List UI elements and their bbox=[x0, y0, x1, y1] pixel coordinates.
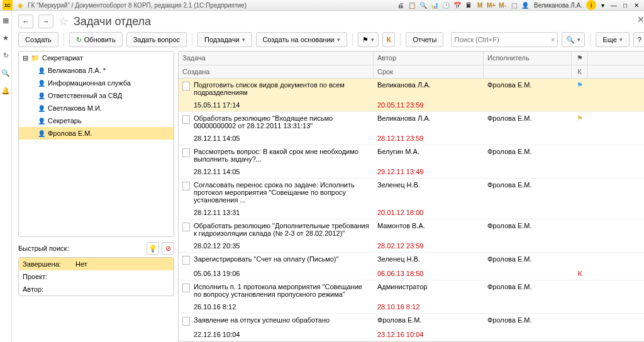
due-cell: 29.12.11 13:49 bbox=[374, 165, 484, 178]
k-marker: К bbox=[578, 270, 582, 277]
clear-search-icon[interactable]: × bbox=[551, 36, 555, 43]
th-executor[interactable]: Исполнитель bbox=[484, 52, 572, 65]
tb-icon[interactable]: ⬚ bbox=[509, 0, 519, 10]
apps-icon[interactable]: ▦ bbox=[0, 14, 11, 26]
table-row[interactable]: Исполнить п. 1 протокола мероприятия "Со… bbox=[179, 280, 644, 314]
filter-row[interactable]: Автор: bbox=[19, 283, 174, 295]
tree-item[interactable]: 👤Информационная служба bbox=[19, 77, 174, 89]
user-icon: 👤 bbox=[38, 92, 45, 99]
document-icon bbox=[182, 182, 190, 190]
tree-item-label: Информационная служба bbox=[48, 79, 131, 87]
search-options-button[interactable]: 🔍 bbox=[562, 32, 585, 47]
th-flag[interactable]: ⚑ bbox=[572, 52, 588, 65]
filter-row[interactable]: Завершена:Нет bbox=[19, 258, 174, 270]
collapse-icon[interactable]: ⊟ bbox=[23, 54, 28, 62]
folder-icon: 📁 bbox=[31, 54, 40, 62]
star-icon[interactable]: ★ bbox=[0, 32, 11, 43]
tree-item[interactable]: 👤Ответственный за СВД bbox=[19, 89, 174, 102]
tb-icon[interactable]: 📋 bbox=[407, 0, 417, 10]
table-row[interactable]: Зарегистрировать "Счет на оплату (Письмо… bbox=[179, 253, 644, 280]
favorite-star-icon[interactable]: ☆ bbox=[58, 14, 69, 28]
created-cell: 28.12.11 14:05 bbox=[179, 165, 374, 178]
flag-icon: ⚑ bbox=[577, 114, 583, 122]
history-icon[interactable]: ↻ bbox=[0, 50, 11, 61]
tb-icon[interactable]: 🔍 bbox=[418, 0, 428, 10]
table-row[interactable]: Заявление на отпуск успешно обработаноФр… bbox=[179, 314, 644, 341]
info-icon[interactable]: i bbox=[586, 0, 596, 10]
task-text: Обработать резолюцию "Дополнительные тре… bbox=[194, 222, 370, 237]
more-button[interactable]: Еще bbox=[596, 32, 629, 47]
subtasks-button[interactable]: Подзадачи bbox=[197, 32, 252, 47]
tree-item[interactable]: 👤Фролова Е.М. bbox=[19, 127, 174, 140]
tb-icon[interactable]: ▾ bbox=[597, 0, 608, 10]
help-button[interactable]: ? bbox=[633, 32, 644, 47]
nav-back-button[interactable]: ← bbox=[18, 14, 33, 28]
th-created[interactable]: Создана bbox=[179, 65, 374, 78]
mminus-button[interactable]: M- bbox=[497, 0, 508, 10]
author-cell: Великанова Л.А. bbox=[374, 79, 484, 99]
task-text: Исполнить п. 1 протокола мероприятия "Со… bbox=[194, 283, 370, 298]
dropdown-icon[interactable]: ◉ bbox=[15, 0, 25, 10]
flag-cell bbox=[572, 219, 588, 240]
created-cell: 05.06.13 19:06 bbox=[179, 267, 374, 280]
due-cell: 28.02.12 23:59 bbox=[374, 240, 484, 252]
th-task[interactable]: Задача bbox=[179, 52, 374, 65]
bell-icon[interactable]: 🔔 bbox=[0, 85, 11, 96]
task-text: Зарегистрировать "Счет на оплату (Письмо… bbox=[194, 255, 338, 263]
document-icon bbox=[182, 223, 190, 231]
th-k[interactable]: К bbox=[572, 65, 588, 78]
user-icon: 👤 bbox=[38, 118, 45, 124]
th-author[interactable]: Автор bbox=[374, 52, 484, 65]
task-text: Заявление на отпуск успешно обработано bbox=[194, 316, 330, 324]
flag-button[interactable]: ⚑ bbox=[358, 32, 379, 47]
m-button[interactable]: M bbox=[475, 0, 485, 10]
user-icon: 👤 bbox=[38, 67, 45, 74]
tb-icon[interactable]: 🖩 bbox=[464, 0, 474, 10]
author-cell: Великанова Л.А. bbox=[374, 112, 484, 132]
tree-item-label: Секретарь bbox=[48, 117, 82, 124]
tb-icon[interactable]: 📊 bbox=[430, 0, 440, 10]
tree-root[interactable]: ⊟ 📁 Секретариат bbox=[19, 52, 174, 64]
create-based-button[interactable]: Создать на основании bbox=[256, 32, 347, 47]
due-cell: 20.05.11 23:59 bbox=[374, 99, 484, 111]
minimize-icon[interactable]: — bbox=[609, 0, 619, 10]
tree-item[interactable]: 👤Светлакова М.И. bbox=[19, 102, 174, 114]
task-text: Подготовить список видов документов по в… bbox=[194, 81, 370, 96]
search-icon[interactable]: 🔍 bbox=[0, 67, 11, 79]
close-panel-icon[interactable]: ✕ bbox=[637, 14, 644, 25]
k-button[interactable]: К bbox=[382, 32, 396, 47]
tree-item[interactable]: 👤Секретарь bbox=[19, 114, 174, 127]
table-row[interactable]: Подготовить список видов документов по в… bbox=[179, 79, 644, 112]
tb-icon[interactable]: 🕐 bbox=[441, 0, 451, 10]
due-cell: 06.06.13 18:50 bbox=[374, 267, 484, 280]
bulb-button[interactable]: 💡 bbox=[147, 242, 159, 255]
close-icon[interactable]: ✕ bbox=[631, 0, 641, 10]
author-cell: Зеленец Н.В. bbox=[374, 179, 484, 206]
table-row[interactable]: Согласовать перенос срока по задаче: Исп… bbox=[179, 179, 644, 219]
filter-value: Нет bbox=[75, 260, 174, 268]
table-row[interactable]: Обработать резолюцию "Дополнительные тре… bbox=[179, 219, 644, 253]
reports-button[interactable]: Отчеты bbox=[406, 32, 443, 47]
tb-icon[interactable]: 📅 bbox=[452, 0, 462, 10]
filter-row[interactable]: Проект: bbox=[19, 270, 174, 283]
refresh-button[interactable]: ↻Обновить bbox=[69, 32, 123, 47]
table-row[interactable]: Рассмотреть вопрос: В какой срок мне нео… bbox=[179, 145, 644, 179]
ask-button[interactable]: Задать вопрос bbox=[126, 32, 187, 47]
search-input[interactable] bbox=[454, 36, 551, 43]
table-row[interactable]: Обработать резолюцию "Входящее письмо 00… bbox=[179, 112, 644, 145]
user-icon: 👤 bbox=[520, 0, 530, 10]
document-icon bbox=[182, 317, 190, 326]
tb-icon[interactable]: 🖨 bbox=[396, 0, 406, 10]
search-box[interactable]: × bbox=[451, 32, 558, 47]
filter-label: Автор: bbox=[19, 285, 75, 293]
task-text: Согласовать перенос срока по задаче: Исп… bbox=[194, 181, 370, 204]
create-button[interactable]: Создать bbox=[18, 32, 58, 47]
clear-filter-button[interactable]: ⊘ bbox=[162, 242, 174, 255]
th-due[interactable]: Срок bbox=[374, 65, 484, 78]
nav-forward-button[interactable]: → bbox=[38, 14, 53, 28]
executor-cell: Фролова Е.М. bbox=[484, 112, 572, 132]
tree-item[interactable]: 👤Великанова Л.А. * bbox=[19, 64, 174, 77]
user-icon: 👤 bbox=[38, 80, 45, 87]
mplus-button[interactable]: M+ bbox=[486, 0, 496, 10]
maximize-icon[interactable]: □ bbox=[620, 0, 630, 10]
